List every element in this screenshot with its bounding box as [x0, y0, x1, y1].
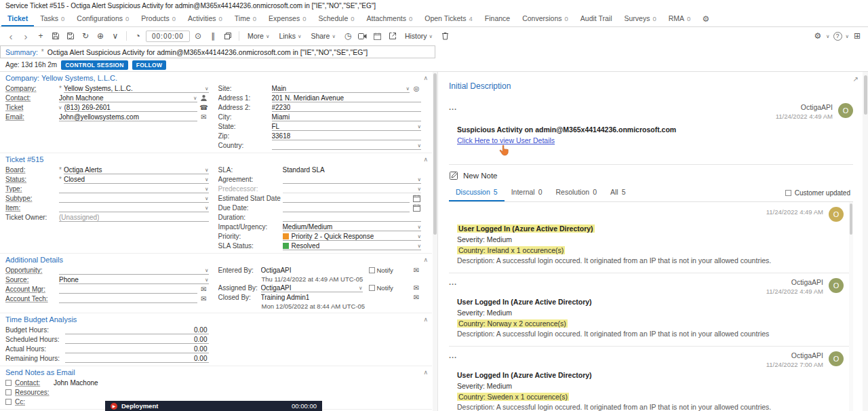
- chevron-down-icon[interactable]: ∨: [108, 29, 122, 43]
- tab-conversions[interactable]: Conversions0: [516, 12, 574, 26]
- note-tab-all[interactable]: All5: [604, 184, 633, 201]
- chevron-down-icon[interactable]: ∨: [203, 205, 209, 211]
- note-collapsed-text[interactable]: ...: [449, 103, 457, 111]
- ticket-predecessor-field[interactable]: ∨: [283, 184, 422, 193]
- ticket-duration-field[interactable]: [283, 213, 422, 222]
- time-budget-title[interactable]: Time Budget Analysis: [5, 315, 77, 324]
- follow-button[interactable]: FOLLOW: [132, 60, 167, 70]
- ticket-subtype-label[interactable]: Subtype:: [5, 195, 57, 202]
- send-notes-contact-label[interactable]: Contact:: [15, 379, 50, 387]
- ticket-status-label[interactable]: Status:: [5, 176, 57, 183]
- chevron-down-icon[interactable]: ∨: [203, 267, 209, 273]
- gear-icon[interactable]: ⚙: [811, 29, 825, 43]
- company-company-field[interactable]: Yellow Systems, L.L.C.∨: [64, 84, 209, 93]
- view-user-details-link[interactable]: Click Here to view User Details: [457, 136, 555, 144]
- additional-details-title[interactable]: Additional Details: [5, 256, 63, 264]
- chevron-down-icon[interactable]: ∨: [826, 33, 830, 39]
- details-assigned-by-notify[interactable]: Notify: [369, 284, 393, 292]
- note-tab-internal[interactable]: Internal0: [505, 184, 549, 201]
- trash-icon[interactable]: [438, 29, 452, 43]
- checkbox[interactable]: [5, 380, 12, 386]
- details-entered-by-notify[interactable]: Notify: [369, 267, 393, 274]
- tab-expenses[interactable]: Expenses0: [262, 12, 312, 26]
- mail-icon[interactable]: ✉: [199, 295, 209, 302]
- chevron-down-icon[interactable]: ∨: [203, 176, 209, 182]
- company-company-label[interactable]: Company:: [5, 85, 57, 92]
- calendar-icon[interactable]: [371, 29, 384, 43]
- deployment-timer-bar[interactable]: ▶ Deployment 00:00:00: [105, 401, 322, 411]
- left-scrollbar[interactable]: [433, 72, 437, 411]
- chevron-down-icon[interactable]: ∨: [846, 33, 850, 39]
- tab-open-tickets[interactable]: Open Tickets4: [418, 12, 479, 26]
- stop-timer-icon[interactable]: ⊙: [191, 29, 205, 43]
- ticket-status-field[interactable]: Closed∨: [64, 175, 209, 184]
- company-site-field[interactable]: Main∨: [272, 84, 410, 93]
- copy-icon[interactable]: [221, 29, 235, 43]
- checkbox[interactable]: [369, 285, 375, 291]
- chevron-down-icon[interactable]: ∨: [416, 142, 422, 149]
- company-email-label[interactable]: Email:: [5, 113, 57, 121]
- chevron-down-icon[interactable]: ∨: [191, 95, 197, 101]
- chevron-down-icon[interactable]: ∨: [416, 243, 422, 249]
- budget-budget-hours-field[interactable]: 0.00: [65, 326, 209, 334]
- tab-settings-gear-icon[interactable]: ⚙: [696, 12, 715, 26]
- notes-scrollbar-thumb[interactable]: [850, 203, 852, 235]
- tab-activities[interactable]: Activities0: [182, 12, 229, 26]
- ticket-board-label[interactable]: Board:: [5, 166, 57, 174]
- checkbox[interactable]: [369, 267, 375, 273]
- chevron-down-icon[interactable]: ∨: [203, 186, 209, 192]
- details-account-tech-label[interactable]: Account Tech:: [5, 295, 57, 302]
- company-contact-field[interactable]: John Machone∨: [59, 94, 197, 102]
- tab-ticket[interactable]: Ticket: [1, 12, 34, 26]
- left-scrollbar-thumb[interactable]: [433, 73, 437, 235]
- mail-icon[interactable]: ✉: [412, 267, 421, 274]
- company-country-field[interactable]: ∨: [272, 141, 422, 150]
- share-menu[interactable]: Share∨: [307, 32, 340, 40]
- company-state-field[interactable]: FL∨: [272, 122, 422, 131]
- add-icon[interactable]: +: [34, 29, 47, 43]
- right-scrollbar[interactable]: [863, 72, 868, 411]
- ticket-subtype-field[interactable]: ∨: [59, 194, 209, 203]
- refresh-icon[interactable]: ↻: [79, 29, 92, 43]
- customer-updated-checkbox[interactable]: Customer updated: [785, 189, 853, 197]
- ticket-impact-urgency-field[interactable]: Medium/Medium∨: [283, 222, 422, 231]
- phone-icon[interactable]: ☎: [199, 104, 209, 111]
- save-close-icon[interactable]: [64, 29, 77, 43]
- tab-schedule[interactable]: Schedule0: [312, 12, 360, 26]
- knowledge-icon[interactable]: ⊕: [94, 29, 107, 43]
- tab-finance[interactable]: Finance: [479, 12, 516, 26]
- ticket-due-date-field[interactable]: [283, 203, 410, 212]
- company-ticket-contact-field[interactable]: (813) 269-2601: [64, 103, 197, 112]
- details-account-mgr-label[interactable]: Account Mgr:: [5, 286, 57, 293]
- ticket-item-field[interactable]: ∨: [59, 203, 209, 212]
- note-collapsed-text[interactable]: ...: [449, 351, 457, 359]
- collapse-company-icon[interactable]: ∧: [420, 75, 431, 81]
- mail-icon[interactable]: ✉: [199, 286, 209, 293]
- tab-rma[interactable]: RMA0: [663, 12, 697, 26]
- collapse-send-notes-icon[interactable]: ∧: [420, 369, 431, 376]
- company-email-field[interactable]: John@yellowsystems.com: [59, 113, 197, 121]
- note-tab-discussion[interactable]: Discussion5: [449, 184, 505, 201]
- ticket-priority-field[interactable]: Priority 2 - Quick Response∨: [283, 232, 422, 241]
- note-collapsed-text[interactable]: ...: [449, 278, 457, 286]
- details-account-mgr-field[interactable]: [59, 285, 197, 294]
- tab-attachments[interactable]: Attachments0: [361, 12, 419, 26]
- new-note-button[interactable]: New Note: [449, 165, 853, 184]
- ticket-sla-status-field[interactable]: Resolved∨: [283, 241, 422, 250]
- record-icon[interactable]: ▶: [111, 403, 117, 410]
- details-opportunity-field[interactable]: ∨: [59, 266, 209, 275]
- calendar-icon[interactable]: [412, 204, 421, 212]
- tab-configurations[interactable]: Configurations0: [71, 12, 135, 26]
- collapse-details-icon[interactable]: ∧: [420, 256, 431, 263]
- summary-value[interactable]: Octiga Alert Suspicious Activity for adm…: [47, 48, 368, 56]
- details-assigned-by-field[interactable]: OctigaAPI∨: [261, 283, 363, 292]
- details-source-field[interactable]: Phone∨: [59, 275, 209, 284]
- chevron-down-icon[interactable]: ∨: [416, 224, 422, 230]
- calendar-icon[interactable]: [412, 195, 421, 202]
- person-icon[interactable]: [199, 94, 209, 102]
- mail-icon[interactable]: ✉: [199, 113, 209, 121]
- expand-pane-icon[interactable]: ↗: [853, 75, 859, 83]
- budget-remaining-hours-field[interactable]: 0.00: [65, 354, 209, 363]
- details-account-tech-field[interactable]: [59, 294, 197, 303]
- details-source-label[interactable]: Source:: [5, 276, 57, 283]
